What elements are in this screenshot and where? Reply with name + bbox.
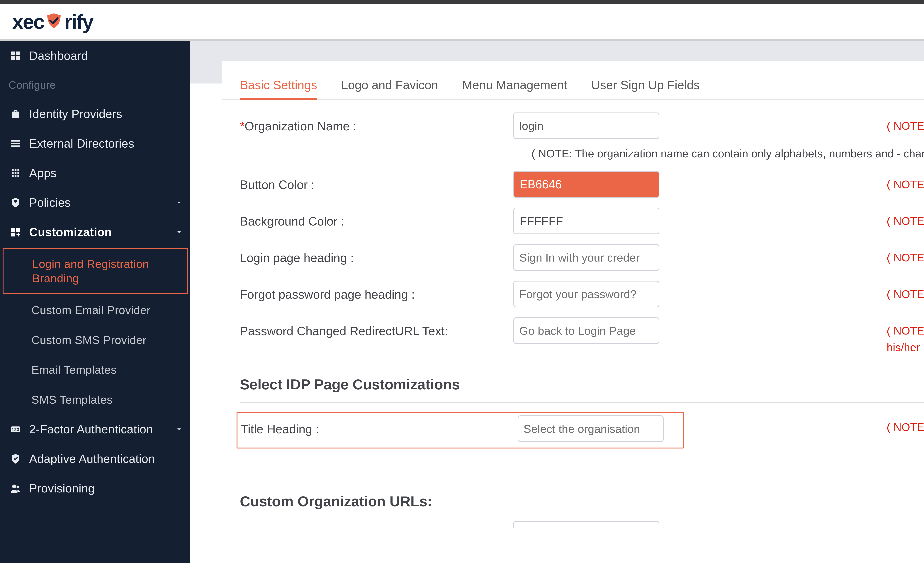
sidebar-sub-sms-templates[interactable]: SMS Templates: [0, 385, 190, 415]
sidebar-item-label: Custom SMS Provider: [32, 334, 147, 346]
svg-rect-5: [11, 140, 20, 142]
org-name-input[interactable]: [513, 112, 659, 139]
button-color-swatch[interactable]: EB6646: [513, 171, 659, 198]
svg-rect-6: [11, 143, 20, 144]
sidebar-item-customization[interactable]: Customization: [0, 217, 190, 247]
org-name-subnote: ( NOTE: The organization name can contai…: [240, 147, 924, 160]
shield-icon: [45, 11, 63, 34]
svg-rect-15: [15, 175, 16, 177]
sidebar-item-label: 2-Factor Authentication: [29, 422, 168, 436]
field-note: ( NOTE: All your custom urls will be bas…: [659, 112, 924, 134]
tab-label: User Sign Up Fields: [591, 78, 700, 92]
list-icon: [9, 136, 22, 151]
tab-label: Basic Settings: [240, 78, 317, 92]
row-login-heading: Login page heading : ( NOTE: This text w…: [240, 244, 924, 281]
brand-text-part1: xec: [12, 10, 44, 33]
app-header: xec rify: [0, 4, 924, 41]
content-card: Basic Settings Logo and Favicon Menu Man…: [222, 61, 924, 563]
svg-rect-3: [11, 56, 15, 60]
forgot-heading-input[interactable]: [513, 281, 659, 307]
row-pwd-redirect: Password Changed RedirectURL Text: ( NOT…: [240, 317, 924, 356]
sidebar-item-provisioning[interactable]: Provisioning: [0, 473, 190, 503]
field-label: Forgot password page heading :: [240, 287, 415, 301]
field-label: Login page heading :: [240, 251, 354, 265]
background-color-swatch[interactable]: FFFFFF: [513, 208, 659, 234]
svg-rect-16: [17, 175, 19, 177]
sidebar-item-apps[interactable]: Apps: [0, 158, 190, 188]
tabs: Basic Settings Logo and Favicon Menu Man…: [222, 67, 924, 100]
sidebar-item-label: Identity Providers: [29, 107, 183, 121]
sidebar-item-policies[interactable]: Policies: [0, 188, 190, 217]
login-heading-input[interactable]: [513, 244, 659, 271]
sidebar-sub-login-branding[interactable]: Login and Registration Branding: [3, 248, 188, 294]
sidebar-item-label: Adaptive Authentication: [29, 452, 183, 466]
svg-point-22: [12, 485, 16, 488]
topbar-black: [0, 0, 924, 4]
sidebar-item-dashboard[interactable]: Dashboard: [0, 41, 190, 70]
row-button-color: Button Color : EB6646 ( NOTE: Define a c…: [240, 171, 924, 208]
sidebar: Dashboard Configure Identity Providers E…: [0, 41, 190, 563]
shield-outline-icon: [9, 196, 22, 210]
brand-text-part2: rify: [64, 10, 93, 33]
svg-rect-10: [17, 169, 19, 171]
sidebar-item-label: Custom Email Provider: [32, 304, 150, 316]
svg-rect-7: [11, 145, 20, 147]
sidebar-sub-email-templates[interactable]: Email Templates: [0, 355, 190, 385]
sidebar-item-external-directories[interactable]: External Directories: [0, 129, 190, 158]
tab-logo-favicon[interactable]: Logo and Favicon: [341, 78, 438, 100]
svg-rect-14: [12, 175, 14, 177]
tab-menu-management[interactable]: Menu Management: [462, 78, 567, 100]
field-note: ( NOTE: This text will appear on top of …: [659, 281, 924, 302]
sidebar-item-label: External Directories: [29, 137, 183, 150]
field-note: ( NOTE: This text will appear on top of …: [659, 244, 924, 266]
color-value: FFFFFF: [520, 214, 563, 228]
sidebar-item-identity-providers[interactable]: Identity Providers: [0, 99, 190, 129]
title-heading-input[interactable]: [518, 415, 664, 442]
pwd-redirect-input[interactable]: [513, 317, 659, 344]
main-panel: Basic Settings Logo and Favicon Menu Man…: [190, 41, 924, 563]
svg-point-23: [16, 486, 20, 488]
sidebar-item-label: Policies: [29, 196, 168, 210]
svg-rect-17: [11, 228, 15, 232]
svg-rect-2: [16, 51, 20, 55]
field-label: Button Color :: [240, 178, 315, 192]
row-title-heading: Title Heading :: [237, 412, 684, 448]
svg-rect-4: [16, 56, 20, 60]
field-note: ( NOTE: Define a color that will be appl…: [659, 171, 924, 193]
svg-rect-1: [11, 51, 15, 55]
field-note: ( NOTE: On clicking this text, the user …: [659, 317, 924, 356]
sidebar-item-2fa[interactable]: 123 2-Factor Authentication: [0, 415, 190, 444]
row-background-color: Background Color : FFFFFF ( NOTE: Define…: [240, 208, 924, 244]
tab-label: Logo and Favicon: [341, 78, 438, 92]
sidebar-sub-custom-email[interactable]: Custom Email Provider: [0, 295, 190, 325]
tab-label: Menu Management: [462, 78, 567, 92]
row-forgot-heading: Forgot password page heading : ( NOTE: T…: [240, 281, 924, 317]
svg-rect-9: [15, 169, 16, 171]
chevron-down-icon: [175, 225, 183, 239]
field-label: Password Changed RedirectURL Text:: [240, 324, 448, 338]
svg-rect-19: [11, 233, 15, 237]
two-factor-icon: 123: [9, 422, 22, 436]
svg-rect-18: [16, 228, 20, 232]
svg-rect-13: [17, 172, 19, 174]
svg-rect-12: [15, 172, 16, 174]
sidebar-item-label: SMS Templates: [32, 393, 113, 406]
sidebar-item-label: Customization: [29, 225, 168, 239]
sidebar-item-adaptive-auth[interactable]: Adaptive Authentication: [0, 444, 190, 473]
tab-basic-settings[interactable]: Basic Settings: [240, 78, 317, 100]
briefcase-icon: [9, 107, 22, 121]
shield-check-icon: [9, 452, 22, 466]
field-label: Title Heading :: [241, 422, 319, 436]
users-icon: [9, 481, 22, 496]
svg-text:123: 123: [12, 427, 20, 432]
brand-logo[interactable]: xec rify: [12, 10, 93, 33]
field-label: Organization Name :: [244, 119, 357, 133]
tab-user-signup[interactable]: User Sign Up Fields: [591, 78, 700, 100]
partial-input-top: [513, 521, 659, 528]
sidebar-sub-custom-sms[interactable]: Custom SMS Provider: [0, 325, 190, 355]
chevron-down-icon: [175, 422, 183, 436]
field-note: ( NOTE: This is the welcome text that th…: [659, 414, 924, 436]
sidebar-group-label: Configure: [0, 70, 190, 99]
section-idp-title: Select IDP Page Customizations: [222, 356, 924, 402]
svg-rect-11: [12, 172, 14, 174]
